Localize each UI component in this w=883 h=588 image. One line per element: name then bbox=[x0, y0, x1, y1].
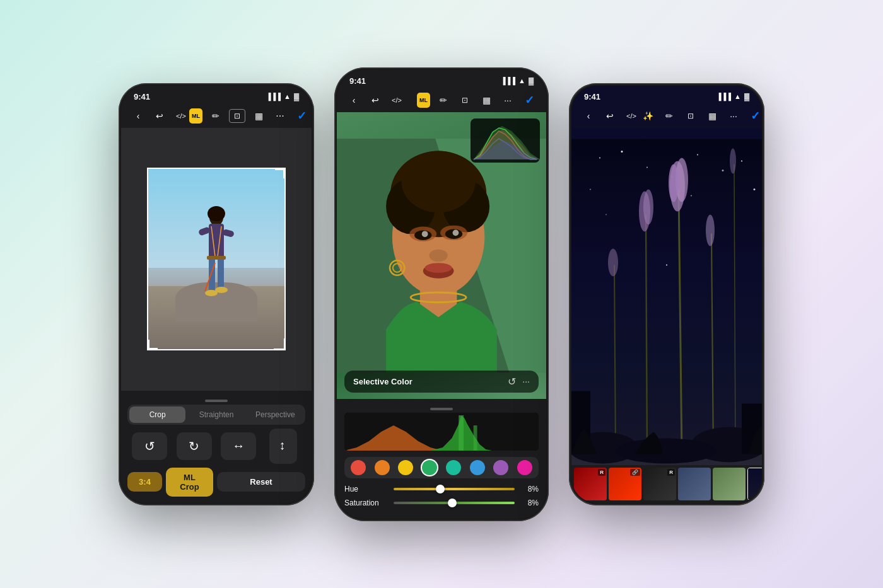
more-button-3[interactable]: ··· bbox=[725, 108, 742, 124]
status-bar-3: 9:41 ▐▐▐ ▲ ▓ bbox=[571, 86, 762, 104]
undo-button-3[interactable]: ↩ bbox=[602, 108, 618, 124]
person-figure bbox=[197, 206, 235, 313]
thumbnail-2[interactable]: 🔗 bbox=[609, 468, 641, 500]
signal-icon-2: ▐▐▐ bbox=[501, 77, 515, 84]
tab-crop[interactable]: Crop bbox=[129, 406, 185, 423]
svg-point-46 bbox=[646, 166, 648, 168]
hue-row: Hue 8% bbox=[344, 485, 539, 493]
pencil-button[interactable]: ✏ bbox=[208, 108, 224, 124]
more-button-2[interactable]: ··· bbox=[500, 92, 516, 108]
thumbnail-3[interactable]: R bbox=[643, 468, 676, 500]
hue-value: 8% bbox=[520, 485, 539, 493]
back-button-3[interactable]: ‹ bbox=[580, 108, 597, 124]
saturation-value: 8% bbox=[520, 499, 539, 507]
swatch-teal[interactable] bbox=[446, 460, 461, 475]
saturation-track[interactable] bbox=[394, 502, 515, 504]
time-3: 9:41 bbox=[584, 92, 600, 101]
svg-point-30 bbox=[425, 263, 452, 273]
ml-crop-button[interactable]: ML Crop bbox=[166, 468, 213, 497]
saturation-label: Saturation bbox=[344, 499, 389, 507]
pencil-button-2[interactable]: ✏ bbox=[435, 92, 452, 108]
swatch-blue[interactable] bbox=[470, 460, 485, 475]
ratio-button[interactable]: 3:4 bbox=[127, 472, 162, 492]
code-button[interactable]: </> bbox=[173, 108, 189, 124]
svg-point-62 bbox=[643, 189, 653, 224]
crop-frame[interactable] bbox=[147, 168, 286, 350]
wifi-icon-2: ▲ bbox=[518, 77, 525, 84]
confirm-button-3[interactable]: ✓ bbox=[747, 108, 762, 124]
svg-point-54 bbox=[605, 214, 607, 215]
sc-reset-icon[interactable]: ↺ bbox=[508, 376, 516, 388]
toolbar-1: ‹ ↩ </> ML ✏ ⊡ ▦ ··· ✓ bbox=[121, 104, 312, 128]
swatch-yellow[interactable] bbox=[398, 460, 413, 475]
hue-label: Hue bbox=[344, 485, 389, 493]
phone-1: 9:41 ▐▐▐ ▲ ▓ ‹ ↩ </> ML ✏ ⊡ ▦ bbox=[119, 83, 314, 505]
night-image bbox=[571, 128, 762, 465]
svg-point-49 bbox=[741, 160, 742, 161]
thumbnail-4[interactable] bbox=[678, 468, 711, 500]
undo-button[interactable]: ↩ bbox=[151, 108, 168, 124]
undo-button-2[interactable]: ↩ bbox=[367, 92, 383, 108]
crop-button-3[interactable]: ⊡ bbox=[682, 108, 699, 124]
status-bar-2: 9:41 ▐▐▐ ▲ ▓ bbox=[337, 70, 546, 88]
code-button-3[interactable]: </> bbox=[623, 108, 640, 124]
battery-icon-3: ▓ bbox=[744, 93, 749, 100]
svg-point-68 bbox=[608, 248, 618, 276]
swatch-green[interactable] bbox=[422, 460, 437, 475]
tab-straighten[interactable]: Straighten bbox=[188, 406, 244, 423]
more-button[interactable]: ··· bbox=[272, 108, 288, 124]
svg-point-28 bbox=[429, 249, 447, 262]
drag-handle bbox=[205, 400, 228, 402]
grid-button-3[interactable]: ▦ bbox=[704, 108, 720, 124]
svg-rect-6 bbox=[222, 229, 235, 238]
tab-perspective[interactable]: Perspective bbox=[247, 406, 303, 423]
swatch-pink[interactable] bbox=[517, 460, 532, 475]
swatch-orange[interactable] bbox=[375, 460, 390, 475]
svg-point-71 bbox=[616, 438, 716, 463]
ml-button-2[interactable]: ML bbox=[417, 93, 430, 108]
drag-handle-2 bbox=[430, 408, 453, 410]
rotate-ccw-button[interactable]: ↺ bbox=[132, 432, 167, 460]
flip-v-button[interactable]: ↔ bbox=[269, 429, 297, 464]
crop-button[interactable]: ⊡ bbox=[229, 109, 245, 123]
saturation-thumb[interactable] bbox=[448, 499, 457, 507]
code-button-2[interactable]: </> bbox=[389, 92, 405, 108]
thumbnail-5[interactable] bbox=[713, 468, 746, 500]
grid-button[interactable]: ▦ bbox=[250, 108, 267, 124]
confirm-button-2[interactable]: ✓ bbox=[521, 92, 537, 108]
crop-tabs: Crop Straighten Perspective bbox=[127, 405, 305, 425]
grid-button-2[interactable]: ▦ bbox=[478, 92, 494, 108]
svg-rect-9 bbox=[207, 256, 226, 260]
back-button[interactable]: ‹ bbox=[130, 108, 146, 124]
night-sky-svg bbox=[571, 128, 762, 465]
battery-icon-2: ▓ bbox=[529, 77, 534, 84]
ml-button[interactable]: ML bbox=[189, 108, 202, 124]
hue-thumb[interactable] bbox=[436, 485, 445, 493]
crop-button-2[interactable]: ⊡ bbox=[457, 92, 473, 108]
thumbnail-6[interactable]: 🔗 bbox=[747, 468, 762, 500]
svg-point-66 bbox=[730, 148, 736, 173]
swatch-red[interactable] bbox=[351, 460, 366, 475]
color-swatches bbox=[344, 457, 539, 478]
back-button-2[interactable]: ‹ bbox=[346, 92, 362, 108]
portrait-image: Selective Color ↺ ··· bbox=[337, 112, 546, 399]
swatch-purple[interactable] bbox=[493, 460, 508, 475]
crop-actions-row: 3:4 ML Crop Reset bbox=[127, 468, 305, 497]
svg-rect-7 bbox=[209, 257, 215, 291]
confirm-button[interactable]: ✓ bbox=[293, 108, 310, 124]
pencil-button-3[interactable]: ✏ bbox=[661, 108, 677, 124]
saturation-row: Saturation 8% bbox=[344, 499, 539, 507]
wand-button-3[interactable]: ✨ bbox=[640, 108, 656, 124]
histogram-svg bbox=[471, 118, 540, 163]
time-2: 9:41 bbox=[349, 76, 366, 86]
svg-rect-2 bbox=[209, 224, 224, 258]
toolbar-2: ‹ ↩ </> ML ✏ ⊡ ▦ ··· ✓ bbox=[337, 88, 546, 112]
svg-point-21 bbox=[402, 151, 476, 212]
sc-more-icon[interactable]: ··· bbox=[522, 376, 530, 386]
rotate-cw-button[interactable]: ↻ bbox=[177, 432, 212, 460]
reset-button[interactable]: Reset bbox=[217, 472, 305, 492]
svg-rect-8 bbox=[218, 257, 224, 291]
hue-track[interactable] bbox=[394, 488, 515, 490]
thumbnail-1[interactable]: R bbox=[574, 468, 607, 500]
flip-h-button[interactable]: ↔ bbox=[221, 432, 256, 460]
